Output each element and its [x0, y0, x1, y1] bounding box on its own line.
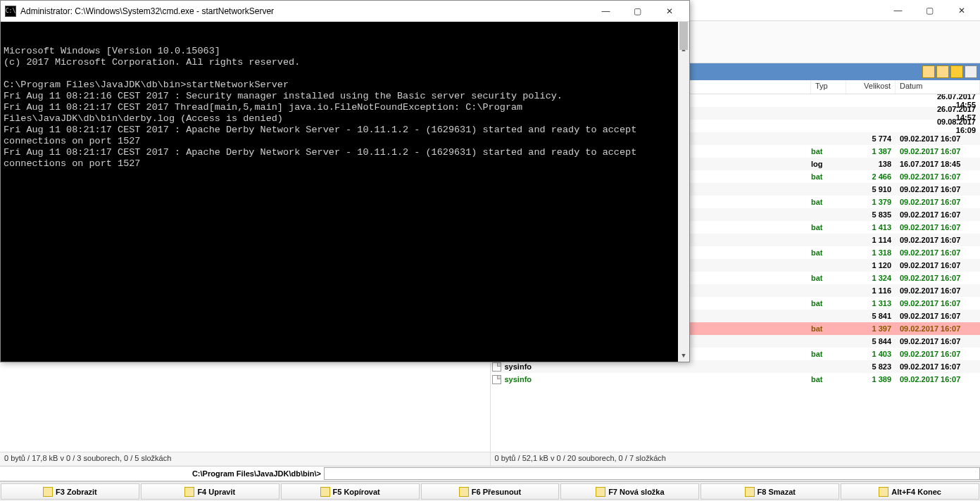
cmd-maximize-button[interactable]: ▢ — [622, 1, 653, 21]
cmd-icon: C:\ — [5, 6, 16, 17]
file-date: 09.08.2017 16:09 — [933, 118, 976, 134]
file-name: sysinfo — [503, 362, 812, 371]
file-date: 09.02.2017 16:07 — [896, 185, 980, 194]
file-date: 09.02.2017 16:07 — [896, 134, 980, 143]
fkey-label: F6 Přesunout — [472, 488, 521, 496]
file-date: 09.02.2017 16:07 — [896, 223, 980, 232]
fkey-button[interactable]: Alt+F4 Konec — [841, 483, 979, 500]
file-type: bat — [811, 198, 846, 206]
cmd-title: Administrator: C:\Windows\System32\cmd.e… — [20, 6, 274, 16]
fm-minimize-button[interactable]: — — [882, 1, 914, 20]
file-type: bat — [811, 375, 846, 383]
fkey-icon — [320, 487, 330, 497]
fkey-label: F5 Kopírovat — [333, 488, 380, 496]
fkey-label: F8 Smazat — [758, 488, 796, 496]
cmd-titlebar[interactable]: C:\ Administrator: C:\Windows\System32\c… — [1, 1, 689, 22]
file-size: 1 403 — [846, 350, 896, 358]
scroll-down-icon[interactable]: ▼ — [678, 350, 689, 362]
fm-close-button[interactable]: ✕ — [946, 1, 977, 20]
cmd-window[interactable]: C:\ Administrator: C:\Windows\System32\c… — [0, 0, 690, 362]
file-date: 09.02.2017 16:07 — [896, 324, 980, 333]
file-date: 09.02.2017 16:07 — [896, 362, 980, 371]
fkey-icon — [879, 487, 888, 497]
fkey-label: F4 Upravit — [197, 488, 235, 496]
file-size: 1 116 — [846, 286, 896, 295]
file-size: 1 379 — [846, 198, 896, 206]
fkey-icon — [596, 487, 605, 497]
fkey-icon — [43, 487, 53, 497]
function-key-bar: F3 ZobrazitF4 UpravitF5 KopírovatF6 Přes… — [0, 481, 980, 501]
file-date: 09.02.2017 16:07 — [896, 172, 980, 181]
pathbar-menu-icon[interactable] — [965, 65, 977, 78]
table-row[interactable]: sysinfobat1 38909.02.2017 16:07 — [491, 373, 981, 386]
col-typ[interactable]: Typ — [811, 80, 846, 94]
file-date: 16.07.2017 18:45 — [896, 160, 980, 168]
file-size: 5 841 — [846, 312, 896, 320]
command-line[interactable]: C:\Program Files\JavaJDK\db\bin\> — [0, 466, 980, 481]
col-size[interactable]: Velikost — [846, 80, 896, 94]
fkey-button[interactable]: F7 Nová složka — [560, 483, 699, 500]
file-type: bat — [811, 172, 846, 181]
file-type: bat — [811, 324, 846, 333]
pathbar-icon-2[interactable] — [936, 65, 949, 78]
pathbar-favorite-icon[interactable] — [950, 65, 963, 78]
file-type: bat — [811, 350, 846, 358]
scroll-thumb[interactable] — [679, 22, 688, 50]
fkey-button[interactable]: F5 Kopírovat — [281, 483, 420, 500]
file-size: 5 823 — [846, 362, 896, 371]
file-date: 09.02.2017 16:07 — [896, 350, 980, 358]
file-size: 5 774 — [846, 134, 896, 143]
file-date: 09.02.2017 16:07 — [896, 299, 980, 307]
command-prompt: C:\Program Files\JavaJDK\db\bin\> — [0, 469, 324, 478]
cmd-minimize-button[interactable]: — — [590, 1, 622, 21]
fkey-button[interactable]: F8 Smazat — [701, 483, 839, 500]
file-date: 09.02.2017 16:07 — [896, 375, 980, 383]
file-date: 09.02.2017 16:07 — [896, 236, 980, 244]
left-status: 0 bytů / 17,8 kB v 0 / 3 souborech, 0 / … — [0, 452, 490, 466]
file-type: bat — [811, 223, 846, 232]
fkey-icon — [459, 487, 469, 497]
fkey-button[interactable]: F3 Zobrazit — [1, 483, 139, 500]
fkey-label: F3 Zobrazit — [56, 488, 97, 496]
cmd-output[interactable]: Microsoft Windows [Version 10.0.15063] (… — [1, 22, 689, 362]
file-size: 5 835 — [846, 210, 896, 219]
fkey-label: Alt+F4 Konec — [891, 488, 941, 496]
cmd-text: Microsoft Windows [Version 10.0.15063] (… — [4, 46, 686, 170]
file-size: 1 397 — [846, 324, 896, 333]
right-status: 0 bytů / 52,1 kB v 0 / 20 souborech, 0 /… — [491, 452, 981, 466]
file-date: 09.02.2017 16:07 — [896, 198, 980, 206]
fkey-label: F7 Nová složka — [608, 488, 664, 496]
file-date: 09.02.2017 16:07 — [896, 147, 980, 156]
file-type: bat — [811, 299, 846, 307]
fkey-button[interactable]: F4 Upravit — [141, 483, 279, 500]
file-size: 1 120 — [846, 261, 896, 269]
file-size: 1 313 — [846, 299, 896, 307]
cmd-close-button[interactable]: ✕ — [653, 1, 685, 21]
file-size: 138 — [846, 160, 896, 168]
file-size: 1 389 — [846, 375, 896, 383]
file-type: bat — [811, 274, 846, 282]
fkey-icon — [745, 487, 755, 497]
file-date: 09.02.2017 16:07 — [896, 210, 980, 219]
file-size: 5 844 — [846, 337, 896, 345]
file-size: 1 318 — [846, 248, 896, 257]
file-size: 2 466 — [846, 172, 896, 181]
file-type: bat — [811, 147, 846, 156]
file-type: bat — [811, 248, 846, 257]
file-type: log — [811, 160, 846, 168]
fkey-button[interactable]: F6 Přesunout — [421, 483, 560, 500]
fm-maximize-button[interactable]: ▢ — [914, 1, 946, 20]
file-size: 1 324 — [846, 274, 896, 282]
file-size: 1 114 — [846, 236, 896, 244]
cmd-scrollbar[interactable]: ▲ ▼ — [678, 22, 689, 362]
file-size: 1 387 — [846, 147, 896, 156]
file-name: sysinfo — [503, 375, 812, 383]
command-input[interactable] — [324, 467, 980, 480]
pathbar-icon-1[interactable] — [922, 65, 935, 78]
fkey-icon — [184, 487, 194, 497]
file-date: 09.02.2017 16:07 — [896, 312, 980, 320]
col-date[interactable]: Datum — [896, 80, 980, 94]
file-date: 09.02.2017 16:07 — [896, 248, 980, 257]
file-size: 5 910 — [846, 185, 896, 194]
file-date: 09.02.2017 16:07 — [896, 286, 980, 295]
